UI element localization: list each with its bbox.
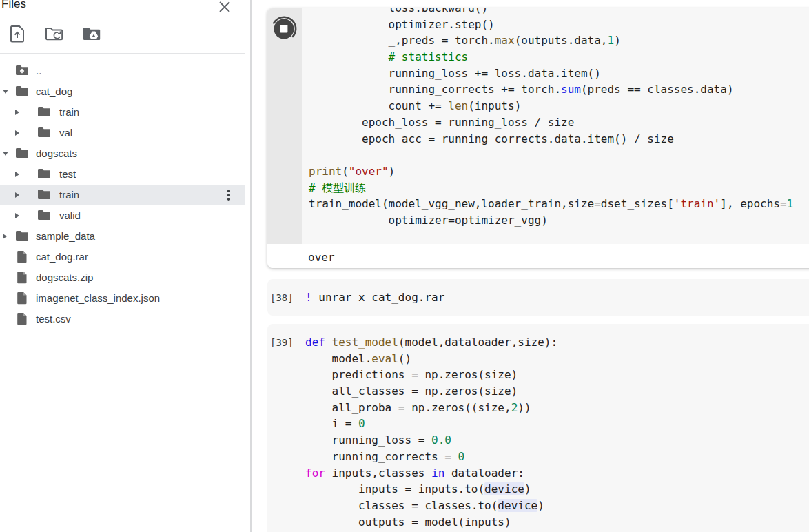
- tree-row-cat-dog[interactable]: cat_dog: [0, 81, 245, 102]
- code-line: running_corrects = 0: [305, 449, 809, 465]
- code-line: predictions = np.zeros(size): [305, 367, 809, 383]
- tree-row--[interactable]: ..: [0, 61, 245, 81]
- file-tree: ..cat_dogtrainvaldogscatstesttrainvalids…: [0, 61, 245, 329]
- execution-count-label[interactable]: [38]: [267, 279, 305, 316]
- code-line: optimizer=optimizer_vgg): [309, 212, 809, 229]
- tree-item-label: train: [59, 189, 79, 201]
- code-line: [309, 147, 809, 163]
- code-line: running_corrects += torch.sum(preds == c…: [309, 81, 809, 98]
- code-line: all_classes = np.zeros(size): [305, 383, 809, 400]
- tree-item-label: val: [59, 127, 72, 139]
- chevron-right-icon[interactable]: [15, 192, 22, 198]
- code-line: def test_model(model,dataloader,size):: [305, 334, 809, 351]
- chevron-right-icon[interactable]: [15, 130, 22, 136]
- code-line: # 模型训练: [309, 180, 809, 196]
- code-line: i = 0: [305, 416, 809, 432]
- tree-row-imagenet-class-index-json[interactable]: imagenet_class_index.json: [0, 288, 245, 309]
- code-line: count += len(inputs): [309, 98, 809, 114]
- drive-mount-icon[interactable]: [81, 23, 102, 44]
- code-editor[interactable]: ! unrar x cat_dog.rar: [305, 279, 809, 316]
- folder-icon: [37, 126, 51, 140]
- chevron-down-icon[interactable]: [3, 88, 10, 95]
- more-options-icon[interactable]: [222, 188, 236, 202]
- execution-count-label[interactable]: [39]: [267, 324, 305, 532]
- tree-row-dogscats-zip[interactable]: dogscats.zip: [0, 267, 245, 288]
- folder-icon: [15, 85, 29, 99]
- cell-output: over: [267, 244, 809, 269]
- code-line: # statistics: [309, 49, 809, 65]
- folder-icon: [37, 167, 51, 181]
- files-panel-title: Files: [1, 0, 26, 11]
- chevron-right-icon[interactable]: [15, 212, 22, 219]
- stop-spinner-icon[interactable]: [269, 14, 299, 44]
- file-icon: [17, 291, 30, 305]
- colab-window: Files: [0, 0, 809, 532]
- tree-row-test[interactable]: test: [0, 164, 245, 185]
- tree-row-train[interactable]: train: [0, 102, 245, 123]
- chevron-right-icon[interactable]: [3, 233, 10, 240]
- tree-row-train[interactable]: train: [0, 185, 245, 205]
- folder-refresh-icon[interactable]: [44, 23, 65, 44]
- code-line: loss.backward(): [309, 8, 809, 17]
- tree-item-label: test: [59, 168, 76, 180]
- tree-row-sample-data[interactable]: sample_data: [0, 226, 245, 247]
- chevron-right-icon[interactable]: [15, 171, 22, 178]
- folder-up-icon: [15, 64, 29, 78]
- chevron-right-icon[interactable]: [15, 109, 22, 116]
- tree-item-label: train: [59, 106, 79, 118]
- code-line: outputs = model(inputs): [305, 514, 809, 531]
- code-line: running_loss += loss.data.item(): [309, 65, 809, 82]
- code-cell-38[interactable]: [38] ! unrar x cat_dog.rar: [267, 279, 809, 316]
- file-icon: [17, 250, 30, 264]
- cell-gutter: [267, 8, 302, 244]
- files-panel: Files: [0, 0, 250, 532]
- tree-row-test-csv[interactable]: test.csv: [0, 309, 245, 329]
- code-line: epoch_loss = running_loss / size: [309, 114, 809, 131]
- code-line: optimizer.step(): [309, 17, 809, 33]
- close-icon[interactable]: [218, 0, 232, 14]
- folder-icon: [37, 105, 51, 119]
- upload-file-icon[interactable]: [7, 23, 28, 44]
- code-line: _,preds = torch.max(outputs.data,1): [309, 32, 809, 49]
- code-editor[interactable]: def test_model(model,dataloader,size): m…: [305, 324, 809, 532]
- notebook-area: loss.backward() optimizer.step() _,preds…: [252, 0, 809, 532]
- chevron-down-icon[interactable]: [3, 150, 10, 157]
- folder-icon: [37, 209, 51, 223]
- tree-row-cat-dog-rar[interactable]: cat_dog.rar: [0, 247, 245, 267]
- code-line: train_model(model_vgg_new,loader_train,s…: [309, 196, 809, 212]
- code-line: inputs = inputs.to(device): [305, 481, 809, 498]
- file-icon: [17, 312, 30, 326]
- file-icon: [17, 271, 30, 285]
- tree-item-label: cat_dog.rar: [36, 251, 88, 263]
- code-line: epoch_acc = running_corrects.data.item()…: [309, 131, 809, 147]
- code-cell-running[interactable]: loss.backward() optimizer.step() _,preds…: [267, 8, 809, 268]
- toolbar-divider: [0, 53, 245, 54]
- folder-icon: [15, 229, 29, 243]
- tree-item-label: test.csv: [36, 313, 71, 325]
- code-line: ! unrar x cat_dog.rar: [305, 289, 809, 306]
- code-editor[interactable]: loss.backward() optimizer.step() _,preds…: [302, 8, 809, 244]
- code-line: all_proba = np.zeros((size,2)): [305, 400, 809, 416]
- tree-row-valid[interactable]: valid: [0, 205, 245, 226]
- code-line: for inputs,classes in dataloader:: [305, 465, 809, 482]
- tree-item-label: dogscats: [36, 147, 77, 159]
- folder-icon: [15, 147, 29, 161]
- tree-item-label: valid: [59, 209, 81, 221]
- tree-item-label: cat_dog: [36, 85, 72, 97]
- files-toolbar: [7, 23, 102, 44]
- code-line: classes = classes.to(device): [305, 498, 809, 514]
- tree-row-dogscats[interactable]: dogscats: [0, 143, 245, 164]
- tree-item-label: imagenet_class_index.json: [36, 292, 160, 304]
- code-cell-39[interactable]: [39] def test_model(model,dataloader,siz…: [267, 324, 809, 532]
- folder-icon: [37, 188, 51, 202]
- tree-item-label: ..: [36, 65, 41, 76]
- code-line: print("over"): [309, 163, 809, 180]
- tree-item-label: dogscats.zip: [36, 272, 93, 283]
- code-line: running_loss = 0.0: [305, 432, 809, 449]
- tree-row-val[interactable]: val: [0, 123, 245, 143]
- tree-item-label: sample_data: [36, 230, 95, 242]
- code-line: model.eval(): [305, 351, 809, 367]
